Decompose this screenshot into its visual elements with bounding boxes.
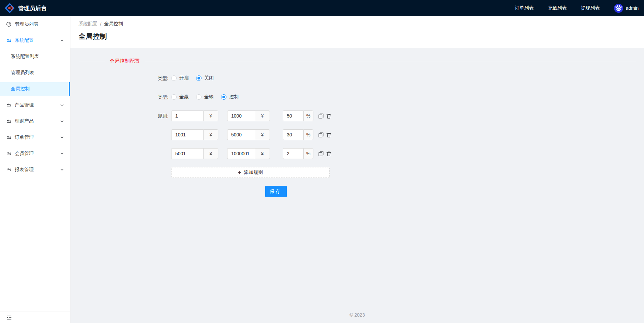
topnav-recharge-list[interactable]: 充值列表 bbox=[548, 5, 567, 11]
rule-max-input[interactable] bbox=[227, 110, 255, 121]
percent-addon: % bbox=[303, 110, 313, 121]
form-row-rules: 规则: ¥ ¥ bbox=[70, 110, 644, 178]
crown-icon bbox=[6, 151, 11, 156]
radio-option-closed[interactable]: 关闭 bbox=[196, 75, 214, 81]
radio-icon-checked[interactable] bbox=[221, 94, 226, 100]
add-rule-button[interactable]: + 添加规则 bbox=[171, 167, 330, 178]
sidebar-item-finance-product[interactable]: 理财产品 bbox=[0, 115, 70, 128]
radio-icon[interactable] bbox=[171, 75, 177, 81]
currency-addon: ¥ bbox=[255, 148, 270, 159]
sidebar-item-order-mgmt[interactable]: 订单管理 bbox=[0, 131, 70, 144]
breadcrumb: 系统配置 / 全局控制 bbox=[79, 21, 644, 27]
copyright: © 2023 bbox=[70, 312, 644, 323]
chevron-down-icon bbox=[60, 119, 64, 124]
plus-icon: + bbox=[238, 170, 241, 175]
sidebar-subitem-global-control[interactable]: 全局控制 bbox=[0, 82, 70, 96]
sidebar-item-report-mgmt[interactable]: 报表管理 bbox=[0, 163, 70, 176]
delete-rule-icon[interactable] bbox=[326, 113, 332, 119]
crown-icon bbox=[6, 167, 11, 172]
sidebar-subitem-system-config-list[interactable]: 系统配置列表 bbox=[0, 50, 70, 63]
username: admin bbox=[626, 5, 639, 11]
chevron-down-icon bbox=[60, 167, 64, 172]
delete-rule-icon[interactable] bbox=[326, 151, 332, 157]
rule-row: ¥ ¥ % bbox=[171, 110, 332, 121]
copy-rule-icon[interactable] bbox=[318, 151, 324, 157]
rule-min-input[interactable] bbox=[171, 148, 203, 159]
chevron-up-icon bbox=[60, 38, 64, 43]
sidebar-item-label: 理财产品 bbox=[15, 118, 34, 124]
sidebar: 管理员列表 系统配置 系统配置列 bbox=[0, 16, 70, 323]
brand[interactable]: 管理员后台 bbox=[4, 3, 47, 13]
chevron-down-icon bbox=[60, 135, 64, 140]
sidebar-item-admin-list[interactable]: 管理员列表 bbox=[0, 18, 70, 31]
save-spacer bbox=[70, 186, 168, 197]
sidebar-footer bbox=[0, 312, 70, 323]
sidebar-item-label: 管理员列表 bbox=[15, 21, 38, 27]
sidebar-item-member-mgmt[interactable]: 会员管理 bbox=[0, 147, 70, 160]
user-menu[interactable]: du admin bbox=[614, 4, 639, 13]
radio-option-all-lose[interactable]: 全输 bbox=[196, 94, 214, 100]
content: 系统配置 / 全局控制 全局控制 全局控制配置 类型: bbox=[70, 16, 644, 323]
sidebar-item-product-mgmt[interactable]: 产品管理 bbox=[0, 98, 70, 112]
sidebar-subitem-admin-list[interactable]: 管理员列表 bbox=[0, 66, 70, 79]
status-label: 类型: bbox=[70, 73, 168, 84]
crown-icon bbox=[6, 38, 11, 43]
rule-min-input[interactable] bbox=[171, 110, 203, 121]
currency-addon: ¥ bbox=[203, 129, 218, 140]
topnav-withdraw-list[interactable]: 提现列表 bbox=[581, 5, 600, 11]
sidebar-item-label: 系统配置 bbox=[15, 37, 34, 43]
crown-icon bbox=[6, 119, 11, 124]
rule-max-input[interactable] bbox=[227, 129, 255, 140]
radio-label[interactable]: 控制 bbox=[229, 94, 239, 100]
rule-row: ¥ ¥ % bbox=[171, 129, 332, 140]
menu-fold-icon[interactable] bbox=[6, 315, 12, 320]
sidebar-subitem-label: 管理员列表 bbox=[11, 70, 34, 76]
radio-label[interactable]: 全输 bbox=[204, 94, 214, 100]
app-root: 管理员后台 订单列表 充值列表 提现列表 du adm bbox=[0, 0, 644, 323]
rule-min-input[interactable] bbox=[171, 129, 203, 140]
rule-percent-input[interactable] bbox=[283, 148, 303, 159]
rules-label: 规则: bbox=[70, 110, 168, 178]
radio-label[interactable]: 全赢 bbox=[179, 94, 189, 100]
status-radio-group: 开启 关闭 bbox=[171, 73, 221, 84]
percent-addon: % bbox=[303, 129, 313, 140]
global-control-form: 类型: 开启 关闭 bbox=[70, 73, 644, 205]
radio-icon-checked[interactable] bbox=[196, 75, 202, 81]
percent-addon: % bbox=[303, 148, 313, 159]
mode-label: 类型: bbox=[70, 92, 168, 102]
breadcrumb-system-config[interactable]: 系统配置 bbox=[79, 21, 97, 27]
radio-option-all-win[interactable]: 全赢 bbox=[171, 94, 189, 100]
sidebar-item-label: 报表管理 bbox=[15, 167, 34, 173]
content-header: 系统配置 / 全局控制 全局控制 bbox=[70, 16, 644, 48]
rule-row: ¥ ¥ % bbox=[171, 148, 332, 159]
crown-icon bbox=[6, 135, 11, 140]
add-rule-label: 添加规则 bbox=[244, 169, 263, 175]
divider-line-right bbox=[145, 61, 636, 61]
radio-option-control[interactable]: 控制 bbox=[221, 94, 239, 100]
rule-max-input[interactable] bbox=[227, 148, 255, 159]
currency-addon: ¥ bbox=[203, 110, 218, 121]
section-divider: 全局控制配置 bbox=[79, 57, 636, 65]
rule-percent-input[interactable] bbox=[283, 110, 303, 121]
radio-label[interactable]: 开启 bbox=[179, 75, 189, 81]
section-title: 全局控制配置 bbox=[105, 58, 145, 64]
rule-percent-input[interactable] bbox=[283, 129, 303, 140]
smile-icon bbox=[6, 22, 11, 27]
app-title: 管理员后台 bbox=[18, 4, 47, 12]
sidebar-item-label: 产品管理 bbox=[15, 102, 34, 108]
radio-icon[interactable] bbox=[196, 94, 202, 100]
copy-rule-icon[interactable] bbox=[318, 132, 324, 138]
mode-radio-group: 全赢 全输 控制 bbox=[171, 92, 246, 102]
topnav-order-list[interactable]: 订单列表 bbox=[515, 5, 534, 11]
copy-rule-icon[interactable] bbox=[318, 113, 324, 119]
delete-rule-icon[interactable] bbox=[326, 132, 332, 138]
page-title: 全局控制 bbox=[79, 32, 644, 41]
radio-option-open[interactable]: 开启 bbox=[171, 75, 189, 81]
radio-icon[interactable] bbox=[171, 94, 177, 100]
radio-label[interactable]: 关闭 bbox=[204, 75, 214, 81]
sidebar-item-system-config[interactable]: 系统配置 bbox=[0, 34, 70, 47]
breadcrumb-separator: / bbox=[100, 21, 101, 27]
avatar: du bbox=[614, 4, 623, 13]
save-button[interactable]: 保存 bbox=[265, 186, 287, 197]
breadcrumb-current: 全局控制 bbox=[104, 21, 123, 27]
